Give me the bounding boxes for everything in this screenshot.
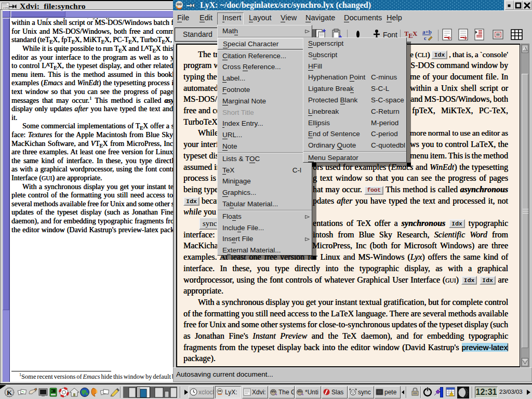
svg-text:c: c: [424, 35, 427, 41]
svg-text:a+b: a+b: [422, 29, 432, 35]
svg-text:X: X: [413, 30, 418, 37]
svg-text:K: K: [7, 389, 12, 396]
